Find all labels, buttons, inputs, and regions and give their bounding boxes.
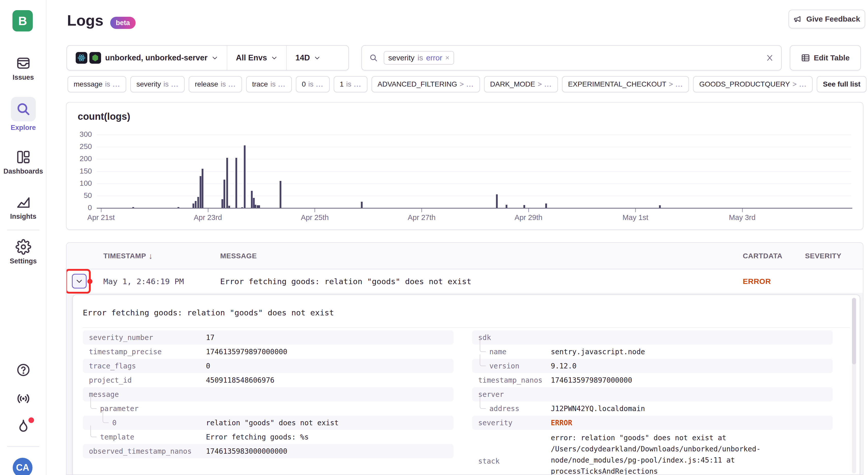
attribute-row[interactable]: timestamp_nanos1746135979897000000 (472, 373, 833, 387)
filter-chip[interactable]: releaseis... (189, 76, 242, 92)
filter-chips-row: messageis...severityis...releaseis...tra… (67, 76, 868, 92)
onboarding-button[interactable] (0, 418, 46, 434)
chart-bar (221, 199, 223, 208)
date-range-selector[interactable]: 14D (286, 46, 329, 70)
see-full-list-chip[interactable]: See full list (817, 76, 866, 92)
attribute-row[interactable]: addressJ12PWN42YQ.localdomain (472, 401, 833, 416)
edit-table-button[interactable]: Edit Table (790, 45, 861, 71)
search-filter-token[interactable]: severity is error × (384, 51, 454, 65)
filter-chip[interactable]: 1is... (334, 76, 368, 92)
org-logo[interactable]: B (12, 10, 33, 31)
attribute-value: Error fetching goods: %s (206, 433, 309, 441)
date-range-selector-label: 14D (296, 53, 310, 62)
chart-bar (244, 145, 246, 208)
project-selector[interactable]: unborked, unborked-server (67, 46, 227, 70)
filter-chip[interactable]: EXPERIMENTAL_CHECKOUT>... (562, 76, 689, 92)
attributes-table-right: sdknamesentry.javascript.nodeversion9.12… (472, 330, 833, 475)
x-axis-tick-label: Apr 21st (87, 213, 115, 222)
table-icon (801, 53, 810, 62)
edit-table-label: Edit Table (814, 54, 849, 62)
attribute-row[interactable]: project_id4509118548606976 (83, 373, 454, 387)
expand-row-button[interactable] (72, 274, 87, 289)
filter-chip[interactable]: DARK_MODE>... (484, 76, 558, 92)
gridline (97, 159, 851, 159)
attribute-row[interactable]: 0relation "goods" does not exist (83, 416, 454, 430)
token-operator: is (417, 54, 423, 62)
org-logo-letter: B (18, 14, 27, 28)
log-table-row[interactable]: May 1, 2:46:19 PM Error fetching goods: … (66, 270, 863, 293)
filter-chip[interactable]: 0is... (296, 76, 330, 92)
attribute-row[interactable]: namesentry.javascript.node (472, 345, 833, 359)
sidebar-item-explore[interactable]: Explore (0, 97, 46, 132)
attribute-row[interactable]: version9.12.0 (472, 359, 833, 373)
whats-new-button[interactable] (0, 391, 46, 406)
attribute-row[interactable]: trace_flags0 (83, 359, 454, 373)
logs-table: TIMESTAMP ↓ MESSAGE CARTDATA SEVERITY Ma… (66, 242, 863, 475)
filter-chip[interactable]: severityis... (130, 76, 185, 92)
gridline (97, 196, 851, 196)
help-icon (16, 362, 31, 378)
filter-chip[interactable]: messageis... (67, 76, 126, 92)
chart-bar (258, 205, 260, 208)
chevron-down-icon (314, 55, 320, 61)
attribute-row[interactable]: server (472, 387, 833, 401)
y-axis-tick-label: 100 (66, 179, 92, 188)
sidebar-item-issues[interactable]: Issues (0, 55, 46, 81)
environment-selector[interactable]: All Envs (227, 46, 286, 70)
give-feedback-button[interactable]: Give Feedback (788, 10, 865, 28)
token-remove-icon[interactable]: × (445, 54, 449, 62)
column-header-cartdata[interactable]: CARTDATA (743, 243, 782, 269)
sidebar-item-dashboards[interactable]: Dashboards (0, 149, 46, 175)
clear-search-icon[interactable] (766, 54, 774, 62)
chart-bar (223, 180, 225, 208)
sidebar-item-settings[interactable]: Settings (0, 239, 46, 265)
chart-title: count(logs) (78, 111, 130, 122)
help-button[interactable] (0, 362, 46, 378)
attribute-row[interactable]: templateError fetching goods: %s (83, 430, 454, 444)
scrollbar[interactable] (852, 298, 856, 473)
sidebar-item-label: Explore (11, 124, 36, 132)
sidebar-divider (7, 230, 39, 230)
search-input[interactable]: severity is error × (361, 45, 782, 71)
x-axis-tick-label: May 1st (622, 213, 648, 222)
x-axis-tick (742, 209, 743, 212)
column-header-severity[interactable]: SEVERITY (805, 243, 841, 269)
attribute-row[interactable]: sdk (472, 330, 833, 345)
attribute-value: sentry.javascript.node (551, 348, 645, 356)
attribute-value: ERROR (551, 419, 572, 427)
gridline (97, 171, 851, 172)
chart-plot-area[interactable] (97, 134, 851, 208)
sidebar-item-insights[interactable]: Insights (0, 194, 46, 220)
attribute-value: 4509118548606976 (206, 376, 275, 384)
megaphone-icon (794, 14, 803, 24)
attribute-key: timestamp_nanos (478, 376, 542, 384)
gridline (97, 183, 851, 184)
scrollbar-thumb[interactable] (852, 298, 856, 364)
tree-connector (480, 354, 486, 366)
column-header-message[interactable]: MESSAGE (220, 243, 257, 269)
x-axis-tick (208, 209, 209, 212)
attribute-value: 1746135979897000000 (206, 348, 287, 356)
attribute-key: observed_timestamp_nanos (89, 447, 192, 455)
attribute-row[interactable]: message (83, 387, 454, 401)
filter-chip[interactable]: GOODS_PRODUCTQUERY>... (693, 76, 813, 92)
attribute-row[interactable]: observed_timestamp_nanos1746135983000000… (83, 444, 454, 458)
attribute-row[interactable]: severityERROR (472, 416, 833, 430)
chevron-down-icon (271, 55, 278, 61)
chart-bar (361, 202, 363, 208)
attribute-row[interactable]: timestamp_precise1746135979897000000 (83, 345, 454, 359)
attribute-row[interactable]: parameter (83, 401, 454, 416)
filter-chip[interactable]: ADVANCED_FILTERING>... (372, 76, 480, 92)
filter-chip[interactable]: traceis... (246, 76, 292, 92)
y-axis-tick-label: 0 (66, 203, 92, 212)
column-header-timestamp[interactable]: TIMESTAMP ↓ (103, 243, 153, 269)
logs-table-header: TIMESTAMP ↓ MESSAGE CARTDATA SEVERITY (66, 243, 863, 269)
avatar[interactable]: CA (13, 458, 32, 475)
attribute-row[interactable]: stackerror: relation "goods" does not ex… (472, 430, 833, 475)
attribute-row[interactable]: severity_number17 (83, 330, 454, 345)
give-feedback-label: Give Feedback (806, 15, 860, 23)
x-axis-tick-label: Apr 29th (515, 213, 542, 222)
attribute-key: trace_flags (89, 362, 136, 370)
gear-icon (16, 239, 31, 255)
logs-chart-card: count(logs) 050100150200250300 Apr 21stA… (66, 102, 863, 230)
